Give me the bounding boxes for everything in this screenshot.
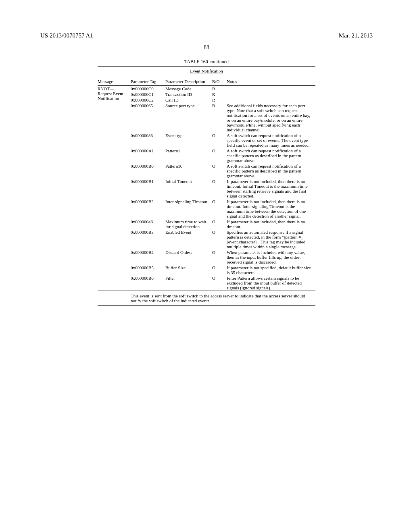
tag-cell: 0x00000065 [131, 103, 165, 133]
ro-cell: O [212, 265, 227, 275]
page-header: US 2013/0070757 A1 Mar. 21, 2013 [40, 32, 373, 40]
col-header-notes: Notes [227, 77, 315, 86]
desc-cell: Maximum time to wait for signal detectio… [165, 219, 212, 229]
notes-cell: If parameter is not included, then there… [227, 219, 315, 229]
ro-cell: O [212, 249, 227, 265]
desc-cell: Pattern1 [165, 148, 212, 163]
ro-cell: O [212, 133, 227, 148]
desc-cell: Inter-signaling Timeout [165, 199, 212, 219]
notes-cell: A soft switch can request notification o… [227, 163, 315, 179]
desc-cell: Transaction ID [165, 91, 212, 97]
tag-cell: 0x000000B5 [131, 265, 165, 275]
ro-cell: O [212, 229, 227, 249]
tag-cell: 0x000000B2 [131, 199, 165, 219]
notes-cell: If parameter is not specified, default b… [227, 265, 315, 275]
ro-cell: O [212, 199, 227, 219]
table-section-title: Event Notification [98, 67, 315, 77]
tag-cell: 0x000000C1 [131, 91, 165, 97]
publication-date: Mar. 21, 2013 [339, 32, 373, 39]
tag-cell: 0x000000B4 [131, 249, 165, 265]
notes-cell: A soft switch can request notification o… [227, 148, 315, 163]
desc-cell: Event type [165, 133, 212, 148]
notes-cell: Specifies an automated response if a sig… [227, 229, 315, 249]
notes-cell: Filter Pattern allows certain signals to… [227, 275, 315, 291]
message-cell: RNOT—Request Event Notification [98, 86, 131, 291]
notes-cell: See additional fields necessary for each… [227, 103, 315, 133]
col-header-message: Message [98, 77, 131, 86]
col-header-desc: Parameter Description [165, 77, 212, 86]
tag-cell: 0x00000083 [131, 133, 165, 148]
table-footnote: This event is sent from the soft switch … [131, 291, 315, 305]
tag-cell: 0x000000B0 [131, 163, 165, 179]
desc-cell: Buffer Size [165, 265, 212, 275]
page: US 2013/0070757 A1 Mar. 21, 2013 88 TABL… [0, 0, 413, 532]
publication-number: US 2013/0070757 A1 [40, 32, 93, 39]
tag-cell: 0x000000A1 [131, 148, 165, 163]
ro-cell: R [212, 86, 227, 91]
tag-cell: 0x000000B3 [131, 229, 165, 249]
desc-cell: Pattern16 [165, 163, 212, 179]
tag-cell: 0x000000B1 [131, 179, 165, 199]
notes-cell [227, 86, 315, 91]
page-number: 88 [40, 44, 373, 51]
desc-cell: Discard Oldest [165, 249, 212, 265]
notes-cell: If parameter is not included, then there… [227, 199, 315, 219]
ro-cell: R [212, 91, 227, 97]
ro-cell: R [212, 97, 227, 103]
table-row: RNOT—Request Event Notification 0x000000… [98, 86, 315, 91]
notes-cell [227, 91, 315, 97]
notes-cell [227, 97, 315, 103]
desc-cell: Enabled Event [165, 229, 212, 249]
desc-cell: Message Code [165, 86, 212, 91]
tag-cell: 0x000000B6 [131, 275, 165, 291]
tag-cell: 0x000000C2 [131, 97, 165, 103]
desc-cell: Call ID [165, 97, 212, 103]
ro-cell: O [212, 179, 227, 199]
tag-cell: 0x00000046 [131, 219, 165, 229]
col-header-tag: Parameter Tag [131, 77, 165, 86]
desc-cell: Initial Timeout [165, 179, 212, 199]
table-wrapper: TABLE 160-continued Event Notification M… [98, 59, 315, 306]
ro-cell: O [212, 275, 227, 291]
desc-cell: Source port type [165, 103, 212, 133]
event-notification-table: Event Notification Message Parameter Tag… [98, 66, 315, 306]
ro-cell: R [212, 103, 227, 133]
ro-cell: O [212, 219, 227, 229]
col-header-ro: R/O [212, 77, 227, 86]
notes-cell: If parameter is not included, then there… [227, 179, 315, 199]
ro-cell: O [212, 148, 227, 163]
table-title: TABLE 160-continued [98, 59, 315, 65]
tag-cell: 0x000000C0 [131, 86, 165, 91]
desc-cell: Filter [165, 275, 212, 291]
ro-cell: O [212, 163, 227, 179]
notes-cell: A soft switch can request notification o… [227, 133, 315, 148]
notes-cell: When parameter is included with any valu… [227, 249, 315, 265]
